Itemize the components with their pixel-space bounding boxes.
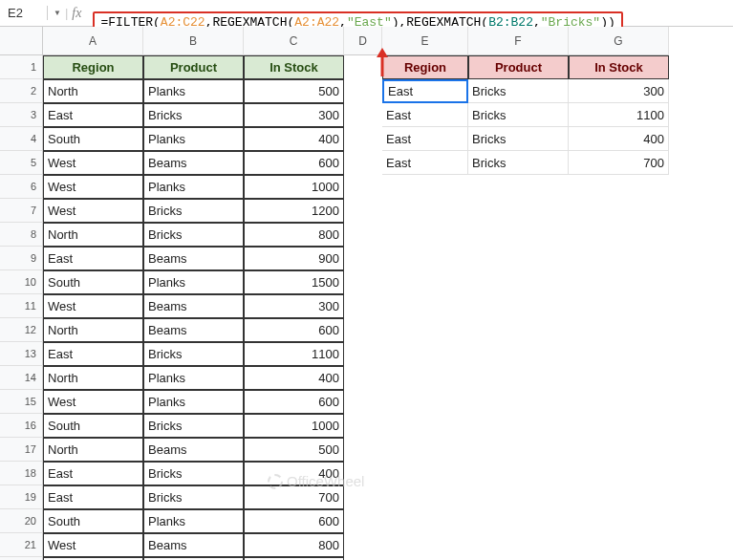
table-row[interactable]: West (43, 390, 143, 414)
table-row[interactable]: Bricks (143, 199, 244, 223)
table-row[interactable]: Bricks (468, 127, 569, 151)
table-row[interactable]: Bricks (468, 151, 569, 175)
table-row[interactable]: East (382, 151, 468, 175)
table-row[interactable]: Planks (143, 509, 244, 533)
table-row[interactable]: Beams (143, 151, 244, 175)
table-row[interactable]: East (43, 485, 143, 509)
table-row[interactable]: 1000 (244, 414, 344, 438)
table-row[interactable]: North (43, 223, 143, 247)
table-row[interactable]: 800 (244, 223, 344, 247)
row-header-15[interactable]: 15 (0, 390, 43, 414)
table-row[interactable]: East (382, 79, 468, 103)
table-row[interactable]: Bricks (143, 103, 244, 127)
row-header-9[interactable]: 9 (0, 247, 43, 270)
table-row[interactable]: 600 (244, 318, 344, 342)
table-row[interactable]: Beams (143, 318, 244, 342)
table-row[interactable]: North (43, 79, 143, 103)
table-row[interactable]: 400 (569, 127, 669, 151)
table-row[interactable]: East (382, 127, 468, 151)
column-header-F[interactable]: F (468, 27, 569, 55)
table-row[interactable]: Bricks (143, 223, 244, 247)
table-row[interactable]: Planks (143, 390, 244, 414)
table-row[interactable]: North (43, 366, 143, 390)
row-header-19[interactable]: 19 (0, 485, 43, 509)
table-row[interactable]: Planks (143, 79, 244, 103)
table-row[interactable]: West (43, 175, 143, 199)
table-row[interactable]: Beams (143, 247, 244, 270)
table-row[interactable]: West (43, 151, 143, 175)
table-row[interactable]: 900 (244, 247, 344, 270)
table-row[interactable]: 300 (244, 294, 344, 318)
table-row[interactable]: 1500 (244, 270, 344, 294)
row-header-10[interactable]: 10 (0, 270, 43, 294)
table-row[interactable]: South (43, 414, 143, 438)
spreadsheet-grid[interactable]: ABCDEFG 12345678910111213141516171819202… (0, 27, 733, 560)
table-row[interactable]: 400 (244, 127, 344, 151)
row-header-17[interactable]: 17 (0, 438, 43, 462)
table-row[interactable]: 1200 (244, 199, 344, 223)
table-row[interactable]: 800 (244, 533, 344, 557)
table-row[interactable]: 300 (244, 103, 344, 127)
result-header-product[interactable]: Product (468, 55, 569, 79)
table-row[interactable]: 500 (244, 438, 344, 462)
source-header-product[interactable]: Product (143, 55, 244, 79)
column-header-G[interactable]: G (569, 27, 669, 55)
row-header-12[interactable]: 12 (0, 318, 43, 342)
row-header-6[interactable]: 6 (0, 175, 43, 199)
table-row[interactable]: East (382, 103, 468, 127)
table-row[interactable]: Planks (143, 127, 244, 151)
row-header-2[interactable]: 2 (0, 79, 43, 103)
table-row[interactable]: 500 (244, 79, 344, 103)
table-row[interactable]: North (43, 438, 143, 462)
row-header-14[interactable]: 14 (0, 366, 43, 390)
source-header-stock[interactable]: In Stock (244, 55, 344, 79)
table-row[interactable]: South (43, 509, 143, 533)
row-header-13[interactable]: 13 (0, 342, 43, 366)
table-row[interactable]: 1000 (244, 175, 344, 199)
name-box[interactable]: E2 (0, 6, 48, 20)
column-header-B[interactable]: B (143, 27, 244, 55)
table-row[interactable]: 300 (569, 79, 669, 103)
table-row[interactable]: East (43, 103, 143, 127)
table-row[interactable]: Bricks (143, 462, 244, 485)
row-header-21[interactable]: 21 (0, 533, 43, 557)
row-header-8[interactable]: 8 (0, 223, 43, 247)
table-row[interactable]: West (43, 294, 143, 318)
row-header-4[interactable]: 4 (0, 127, 43, 151)
table-row[interactable]: East (43, 462, 143, 485)
row-header-1[interactable]: 1 (0, 55, 43, 79)
table-row[interactable]: Planks (143, 270, 244, 294)
row-header-3[interactable]: 3 (0, 103, 43, 127)
name-box-dropdown[interactable]: ▼ | fx (48, 6, 91, 21)
table-row[interactable]: 600 (244, 390, 344, 414)
table-row[interactable]: Beams (143, 438, 244, 462)
select-all-corner[interactable] (0, 27, 43, 55)
row-header-5[interactable]: 5 (0, 151, 43, 175)
table-row[interactable]: 400 (244, 366, 344, 390)
row-header-20[interactable]: 20 (0, 509, 43, 533)
table-row[interactable]: Bricks (468, 79, 569, 103)
table-row[interactable]: Beams (143, 294, 244, 318)
table-row[interactable]: 600 (244, 151, 344, 175)
table-row[interactable]: Bricks (143, 414, 244, 438)
table-row[interactable]: West (43, 533, 143, 557)
column-header-A[interactable]: A (43, 27, 143, 55)
table-row[interactable]: Planks (143, 175, 244, 199)
table-row[interactable]: 700 (569, 151, 669, 175)
table-row[interactable]: North (43, 318, 143, 342)
row-header-16[interactable]: 16 (0, 414, 43, 438)
table-row[interactable]: Bricks (143, 342, 244, 366)
row-header-18[interactable]: 18 (0, 462, 43, 485)
table-row[interactable]: East (43, 247, 143, 270)
row-header-7[interactable]: 7 (0, 199, 43, 223)
source-header-region[interactable]: Region (43, 55, 143, 79)
column-header-C[interactable]: C (244, 27, 344, 55)
table-row[interactable]: 1100 (569, 103, 669, 127)
table-row[interactable]: Bricks (143, 485, 244, 509)
table-row[interactable]: South (43, 270, 143, 294)
table-row[interactable]: Beams (143, 533, 244, 557)
table-row[interactable]: Planks (143, 366, 244, 390)
table-row[interactable]: 600 (244, 509, 344, 533)
table-row[interactable]: East (43, 342, 143, 366)
row-header-11[interactable]: 11 (0, 294, 43, 318)
